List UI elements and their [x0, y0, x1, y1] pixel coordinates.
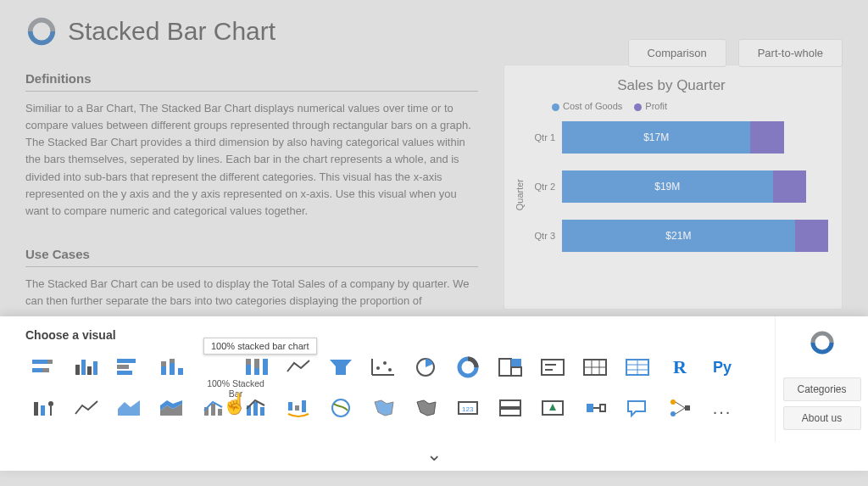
legend-item-1: Profit: [645, 101, 667, 111]
card-icon[interactable]: [537, 355, 568, 380]
svg-point-25: [383, 361, 387, 365]
bar-row: Qtr 3$21M: [530, 220, 828, 252]
100-stacked-column-icon[interactable]: [241, 355, 271, 380]
r-visual-icon[interactable]: R: [665, 355, 695, 380]
svg-rect-63: [587, 404, 593, 412]
visual-chooser-panel: Choose a visual RPy123... Categories Abo…: [0, 316, 868, 471]
waterfall-icon[interactable]: [283, 395, 314, 421]
svg-rect-49: [218, 409, 222, 416]
svg-rect-13: [170, 363, 175, 375]
svg-rect-48: [211, 404, 215, 416]
svg-marker-62: [549, 404, 556, 411]
combo-chart2-icon[interactable]: [241, 395, 271, 421]
multi-row-card-icon[interactable]: [495, 395, 526, 421]
100-stacked-bar-icon[interactable]: [198, 355, 229, 380]
part-to-whole-button[interactable]: Part-to-whole: [738, 39, 843, 67]
svg-rect-14: [170, 359, 175, 363]
chart-bars: Qtr 1$17MQtr 2$19MQtr 3$21M: [530, 121, 828, 269]
svg-rect-3: [42, 368, 49, 372]
table-icon[interactable]: [622, 355, 653, 380]
comparison-button[interactable]: Comparison: [628, 39, 726, 67]
svg-rect-5: [81, 360, 86, 375]
bar-segment-profit: [795, 220, 828, 252]
svg-rect-52: [260, 407, 264, 416]
svg-rect-44: [41, 405, 45, 416]
svg-point-66: [670, 399, 676, 405]
chart-card: Sales by Quarter Cost of Goods Profit Qu…: [504, 64, 843, 310]
y-axis-label: Quarter: [515, 179, 525, 210]
bar-segment-profit: [750, 121, 783, 154]
ribbon-chart-icon[interactable]: [283, 355, 314, 380]
svg-rect-54: [295, 405, 299, 411]
python-visual-icon[interactable]: Py: [707, 355, 737, 380]
svg-rect-32: [542, 360, 564, 375]
donut-icon[interactable]: [453, 355, 483, 380]
svg-rect-8: [117, 359, 136, 363]
bar-segment-profit: [773, 170, 806, 203]
svg-text:123: 123: [462, 405, 474, 413]
legend-item-0: Cost of Goods: [563, 101, 622, 111]
shape-map-icon[interactable]: [410, 395, 441, 421]
svg-rect-59: [500, 400, 520, 407]
bar-category-label: Qtr 2: [530, 182, 562, 192]
svg-marker-21: [330, 360, 352, 375]
categories-button[interactable]: Categories: [783, 377, 861, 401]
usecases-heading: Use Cases: [25, 247, 478, 267]
about-us-button[interactable]: About us: [783, 406, 861, 430]
kpi-icon[interactable]: [537, 395, 568, 421]
svg-rect-43: [34, 402, 38, 416]
stacked-bar-icon[interactable]: [29, 355, 59, 380]
chart-legend: Cost of Goods Profit: [552, 101, 828, 111]
svg-rect-60: [500, 409, 520, 416]
matrix-icon[interactable]: [580, 355, 610, 380]
svg-rect-4: [75, 365, 80, 375]
svg-rect-51: [253, 402, 258, 416]
svg-rect-0: [32, 360, 47, 364]
bar-row: Qtr 1$17M: [530, 121, 828, 154]
stacked-column-icon[interactable]: [156, 355, 186, 380]
svg-rect-31: [511, 367, 521, 376]
scatter-icon[interactable]: [368, 355, 398, 380]
funnel-icon[interactable]: [326, 355, 356, 380]
svg-rect-11: [161, 366, 166, 375]
clustered-bar-icon[interactable]: [114, 355, 144, 380]
svg-rect-7: [93, 361, 97, 375]
svg-rect-6: [87, 366, 92, 375]
bar-category-label: Qtr 3: [530, 231, 562, 241]
svg-rect-20: [263, 359, 268, 375]
svg-point-45: [48, 401, 53, 406]
gauge-icon[interactable]: 123: [453, 395, 483, 421]
key-influencers-icon[interactable]: [29, 395, 59, 421]
bar-segment-cost: $21M: [562, 220, 795, 252]
slicer-icon[interactable]: [580, 395, 610, 421]
treemap-icon[interactable]: [495, 355, 526, 380]
svg-rect-10: [117, 371, 132, 375]
line-chart-icon[interactable]: [71, 395, 102, 421]
decomposition-tree-icon[interactable]: [665, 395, 695, 421]
side-logo-icon: [808, 328, 837, 357]
hover-label: 100% Stacked Bar: [202, 378, 270, 399]
svg-rect-30: [511, 359, 521, 367]
svg-rect-9: [117, 365, 129, 369]
bar-category-label: Qtr 1: [530, 132, 562, 142]
svg-rect-65: [600, 405, 605, 411]
svg-rect-29: [499, 359, 511, 376]
clustered-column-icon[interactable]: [71, 355, 102, 380]
area-chart-icon[interactable]: [114, 395, 144, 421]
more-visuals-icon[interactable]: ...: [707, 395, 737, 421]
collapse-chevron-icon[interactable]: ⌄: [0, 442, 868, 471]
svg-rect-19: [254, 359, 259, 368]
svg-rect-12: [161, 361, 166, 366]
bar-row: Qtr 2$19M: [530, 170, 828, 203]
filled-map-icon[interactable]: [368, 395, 398, 421]
svg-rect-15: [178, 368, 183, 375]
stacked-area-icon[interactable]: [156, 395, 186, 421]
bar-segment-cost: $19M: [562, 170, 773, 203]
qa-icon[interactable]: [622, 395, 653, 421]
map-icon[interactable]: [326, 395, 356, 421]
svg-rect-17: [246, 359, 251, 365]
combo-chart-icon[interactable]: [198, 395, 229, 421]
pie-icon[interactable]: [410, 355, 441, 380]
definitions-heading: Definitions: [25, 71, 478, 92]
chart-title: Sales by Quarter: [515, 77, 828, 94]
